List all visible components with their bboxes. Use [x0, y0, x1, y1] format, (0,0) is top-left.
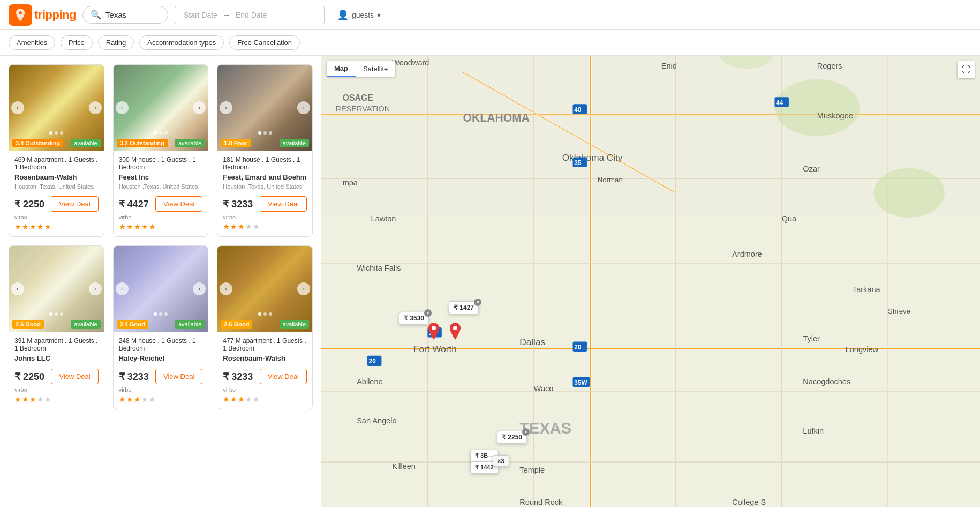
date-range-input[interactable]: Start Date → End Date	[175, 6, 325, 24]
filter-accommodation-types[interactable]: Accommodation types	[139, 35, 224, 50]
card-next-btn-1[interactable]: ›	[89, 101, 102, 114]
svg-text:RESERVATION: RESERVATION	[335, 105, 390, 113]
svg-text:Muskogee: Muskogee	[817, 111, 853, 120]
card-price-2: ₹ 4427	[119, 198, 149, 210]
card-name-5: Haley-Reichel	[119, 354, 203, 362]
card-title-6: 477 M apartment . 1 Guests . 1 Bedroom	[223, 337, 307, 352]
card-next-btn-5[interactable]: ›	[193, 282, 206, 295]
close-tooltip-1[interactable]: ×	[424, 309, 432, 317]
card-source-4: virbo	[14, 386, 99, 393]
card-price-row-1: ₹ 2250 View Deal	[14, 196, 99, 212]
card-image-container-1: ‹ › 3.4 Outstanding available	[9, 65, 104, 151]
svg-text:Woodward: Woodward	[392, 58, 429, 67]
available-badge-1: available	[71, 139, 100, 147]
svg-text:Waco: Waco	[534, 384, 554, 393]
search-box[interactable]: 🔍 Texas	[82, 6, 168, 24]
card-title-4: 391 M apartment . 1 Guests . 1 Bedroom	[14, 337, 99, 352]
view-deal-btn-2[interactable]: View Deal	[155, 196, 202, 212]
price-label-5: ₹ 1442	[475, 464, 494, 471]
dot-1	[49, 312, 52, 316]
dot-indicators-2	[154, 131, 168, 135]
card-price-4: ₹ 2250	[14, 371, 44, 383]
close-tooltip-2[interactable]: ×	[474, 299, 481, 306]
star-rating: ★★★★★	[14, 395, 99, 404]
rating-badge-4: 2.6 Good	[12, 320, 44, 329]
price-label-1: ₹ 3530	[404, 315, 424, 322]
card-title-2: 300 M house . 1 Guests . 1 Bedroom	[119, 156, 203, 171]
card-price-row-6: ₹ 3233 View Deal	[223, 369, 307, 384]
map-price-tooltip-2: ₹ 1427 ×	[449, 301, 479, 314]
property-card-2: ‹ › 3.2 Outstanding available 300 M hous…	[113, 64, 209, 237]
header: tripping 🔍 Texas Start Date → End Date 👤…	[0, 0, 980, 30]
card-name-1: Rosenbaum-Walsh	[14, 173, 99, 181]
card-next-btn-2[interactable]: ›	[193, 101, 206, 114]
svg-text:44: 44	[776, 99, 783, 107]
svg-point-24	[774, 79, 860, 136]
map-marker-2[interactable]	[450, 323, 461, 341]
listings-panel: ‹ › 3.4 Outstanding available 469 M apar…	[0, 56, 321, 507]
card-image-container-3: ‹ › 1.8 Poor available	[217, 65, 312, 151]
dot-2	[55, 312, 58, 316]
card-image-container-6: ‹ › 2.6 Good available	[217, 246, 312, 332]
count-label: ×3	[497, 458, 504, 464]
svg-text:Killeen: Killeen	[392, 462, 416, 471]
map-background: Derby Pittsburg beral Joplin Bartiesvill…	[321, 56, 980, 507]
card-prev-btn-6[interactable]: ‹	[220, 282, 232, 295]
map-price-tooltip-1: ₹ 3530 ×	[399, 312, 429, 325]
card-source-2: virbo	[119, 214, 203, 220]
card-badge-row-1: 3.4 Outstanding available	[12, 139, 101, 147]
card-price-3: ₹ 3233	[223, 198, 253, 210]
view-deal-btn-3[interactable]: View Deal	[260, 196, 307, 212]
card-next-btn-6[interactable]: ›	[297, 282, 310, 295]
available-badge-2: available	[175, 139, 205, 147]
map-marker-1[interactable]	[428, 323, 439, 341]
svg-text:San Angelo: San Angelo	[357, 416, 396, 425]
card-prev-btn-3[interactable]: ‹	[220, 101, 232, 114]
tab-map[interactable]: Map	[327, 61, 356, 77]
property-card-6: ‹ › 2.6 Good available 477 M apartment .…	[217, 245, 313, 409]
card-name-2: Feest Inc	[119, 173, 203, 181]
logo-text: tripping	[34, 8, 76, 22]
svg-text:20: 20	[574, 344, 582, 351]
filter-amenities[interactable]: Amenities	[9, 35, 55, 50]
svg-text:OSAGE: OSAGE	[343, 93, 373, 102]
guests-selector[interactable]: 👤 guests ▾	[331, 5, 387, 25]
close-tooltip-3[interactable]: ×	[522, 428, 530, 436]
card-prev-btn-2[interactable]: ‹	[116, 101, 129, 114]
card-name-4: Johns LLC	[14, 354, 99, 362]
property-card-5: ‹ › 2.4 Good available 248 M house . 1 G…	[113, 245, 209, 409]
start-date-placeholder: Start Date	[184, 11, 217, 19]
view-deal-btn-5[interactable]: View Deal	[155, 369, 202, 384]
dot-3	[269, 312, 272, 316]
svg-text:Abilene: Abilene	[357, 377, 382, 386]
card-prev-btn-5[interactable]: ‹	[116, 282, 129, 295]
price-label-2: ₹ 1427	[454, 304, 474, 311]
filter-bar: Amenities Price Rating Accommodation typ…	[0, 30, 980, 56]
main-container: ‹ › 3.4 Outstanding available 469 M apar…	[0, 56, 980, 507]
view-deal-btn-6[interactable]: View Deal	[260, 369, 307, 384]
dot-2	[263, 131, 267, 135]
guests-icon: 👤	[337, 9, 349, 21]
card-price-5: ₹ 3233	[119, 371, 149, 383]
tab-satellite[interactable]: Satellite	[356, 61, 395, 77]
card-next-btn-3[interactable]: ›	[297, 101, 310, 114]
card-badge-row-3: 1.8 Poor available	[221, 139, 309, 147]
dot-indicators-6	[258, 312, 272, 316]
map-price-tooltip-3: ₹ 2250 ×	[497, 431, 527, 444]
filter-free-cancellation[interactable]: Free Cancellation	[229, 35, 300, 50]
card-prev-btn-1[interactable]: ‹	[11, 101, 24, 114]
rating-badge-2: 3.2 Outstanding	[117, 139, 168, 147]
card-prev-btn-4[interactable]: ‹	[11, 282, 24, 295]
view-deal-btn-1[interactable]: View Deal	[51, 196, 98, 212]
card-location-3: Houston ,Texas, United States	[223, 183, 307, 190]
svg-text:Enid: Enid	[661, 62, 677, 70]
map-fullscreen-button[interactable]: ⛶	[958, 61, 975, 78]
filter-rating[interactable]: Rating	[98, 35, 134, 50]
view-deal-btn-4[interactable]: View Deal	[51, 369, 98, 384]
logo[interactable]: tripping	[9, 4, 76, 26]
filter-price[interactable]: Price	[61, 35, 93, 50]
available-badge-5: available	[175, 320, 205, 329]
svg-text:Ardmore: Ardmore	[732, 250, 762, 258]
available-badge-6: available	[280, 320, 309, 329]
card-next-btn-4[interactable]: ›	[89, 282, 102, 295]
